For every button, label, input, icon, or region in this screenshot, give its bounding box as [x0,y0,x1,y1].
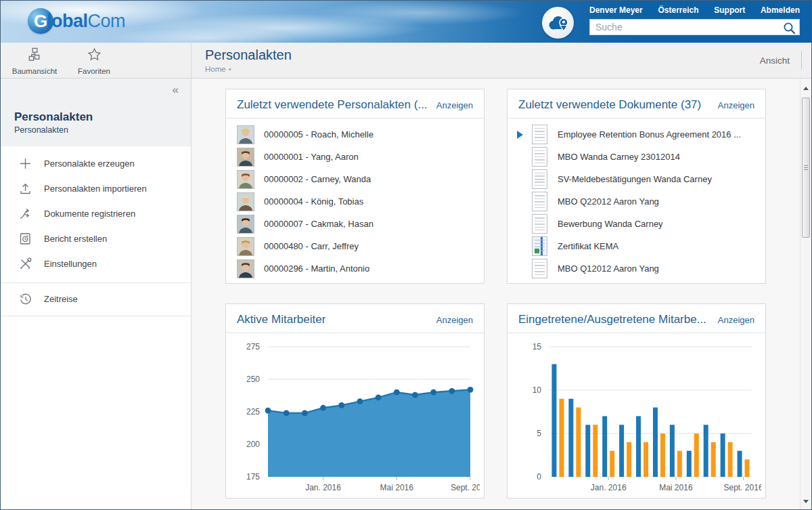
scrollbar-thumb[interactable] [802,98,810,238]
breadcrumb[interactable]: Home• [205,65,811,73]
personnel-file-label: 00000005 - Roach, Michelle [264,129,374,140]
star-icon [87,47,102,65]
plus-icon [18,156,32,171]
upload-icon [18,182,32,196]
show-link[interactable]: Anzeigen [718,100,754,110]
sidebar-item-personalakten-importieren[interactable]: Personalakten importieren [1,176,191,201]
card-recent-personnel-files: Zuletzt verwendete Personalakten (... An… [225,89,484,284]
sidebar-item-label: Personalakten importieren [44,184,147,194]
card-title: Aktive Mitarbeiter [237,313,325,326]
document-item[interactable]: MBO Wanda Carney 23012014 [517,146,756,168]
avatar-photo [237,125,254,144]
user-menu: Denver MeyerÖsterreichSupportAbmelden [589,5,800,15]
tree-view-icon [27,47,43,65]
document-item[interactable]: MBO Q12012 Aaron Yang [517,257,756,280]
personnel-file-item[interactable]: 00000480 - Carr, Jeffrey [235,235,474,257]
personnel-file-item[interactable]: 00000004 - König, Tobias [235,190,474,213]
personnel-file-label: 00000001 - Yang, Aaron [264,152,359,162]
app-logo[interactable]: G lobalCom [28,8,125,34]
cloud-pin-icon[interactable] [542,7,574,39]
document-thumbnail-icon [532,192,547,211]
sidebar-item-zeitreise[interactable]: Zeitreise [1,286,191,312]
avatar-photo [237,237,254,256]
card-active-employees: Aktive Mitarbeiter Anzeigen 175200225250… [225,303,484,498]
toolbar: Baumansicht Favoriten Personalakten Home… [1,43,811,79]
svg-text:5: 5 [537,429,541,438]
vertical-scrollbar[interactable] [800,79,811,509]
sidebar-item-label: Zeitreise [44,294,78,304]
card-joined-left-employees: Eingetretene/Ausgetretene Mitarbe... Anz… [507,303,766,498]
personnel-file-item[interactable]: 00000002 - Carney, Wanda [235,168,474,190]
favorites-label: Favoriten [78,67,110,75]
svg-text:0: 0 [537,472,541,482]
avatar-photo [237,259,254,278]
personnel-file-item[interactable]: 00000296 - Martin, Antonio [235,257,474,280]
favorites-button[interactable]: Favoriten [64,43,124,78]
collapse-sidebar-button[interactable]: « [14,84,179,96]
avatar-photo [237,170,254,189]
document-item[interactable]: Employee Retention Bonus Agreement 2016 … [517,123,756,146]
register-icon [18,207,32,221]
document-thumbnail-icon [532,214,547,234]
document-item[interactable]: SV-Meldebestätigungen Wanda Carney [517,168,756,190]
search-input[interactable] [590,20,799,35]
card-title: Zuletzt verwendete Dokumente (37) [518,98,701,112]
sidebar: « Personalakten Personalakten Personalak… [1,79,191,509]
user-name-link[interactable]: Denver Meyer [589,5,643,15]
tools-icon [18,257,32,271]
country-link[interactable]: Österreich [658,5,698,15]
personnel-file-label: 00000007 - Cakmak, Hasan [264,219,374,229]
search-icon[interactable] [783,22,796,37]
tree-view-button[interactable]: Baumansicht [5,43,64,78]
svg-text:Mai 2016: Mai 2016 [380,483,414,492]
sidebar-item-label: Dokumente registrieren [44,209,135,219]
search-box [589,19,800,35]
card-title: Zuletzt verwendete Personalakten (... [237,98,428,112]
logo-text: lobalCom [47,11,125,32]
sidebar-item-dokumente-registrieren[interactable]: Dokumente registrieren [1,201,191,226]
personnel-file-label: 00000296 - Martin, Antonio [264,263,369,274]
svg-text:Jan. 2016: Jan. 2016 [305,483,341,492]
document-item[interactable]: Bewerbung Wanda Carney [517,213,756,235]
personnel-file-item[interactable]: 00000001 - Yang, Aaron [235,146,474,168]
scroll-up-button[interactable] [800,83,811,93]
support-link[interactable]: Support [714,5,745,15]
avatar-photo [237,215,254,234]
show-link[interactable]: Anzeigen [436,100,473,110]
sidebar-item-label: Bericht erstellen [44,234,107,244]
svg-text:Jan. 2016: Jan. 2016 [591,483,627,492]
scroll-down-button[interactable] [800,496,811,507]
document-item[interactable]: MBO Q22012 Aaron Yang [517,190,756,213]
svg-text:Sept. 2016: Sept. 2016 [724,483,761,492]
personnel-file-item[interactable]: 00000007 - Cakmak, Hasan [235,213,474,235]
tree-view-label: Baumansicht [12,67,57,75]
show-link[interactable]: Anzeigen [436,315,473,325]
sidebar-item-label: Personalakte erzeugen [44,158,135,169]
sidebar-item-einstellungen[interactable]: Einstellungen [1,251,191,276]
view-button[interactable]: Ansicht [760,56,790,66]
document-item[interactable]: Zertifikat KEMA [517,235,756,257]
personnel-file-label: 00000004 - König, Tobias [264,196,363,207]
sidebar-header: « Personalakten Personalakten [1,79,191,146]
active-employees-chart: 175200225250275Jan. 2016Mai 2016Sept. 20… [226,333,484,498]
logout-link[interactable]: Abmelden [761,5,800,15]
sidebar-item-label: Einstellungen [44,259,97,269]
card-recent-documents: Zuletzt verwendete Dokumente (37) Anzeig… [507,89,766,284]
document-label: Employee Retention Bonus Agreement 2016 … [558,129,741,140]
show-link[interactable]: Anzeigen [718,315,754,325]
sidebar-item-bericht-erstellen[interactable]: Bericht erstellen [1,226,191,251]
app-header: G lobalCom Denver MeyerÖsterreichSupport… [1,1,811,43]
sidebar-menu: Personalakte erzeugenPersonalakten impor… [1,146,191,283]
svg-text:15: 15 [533,342,542,352]
personnel-file-item[interactable]: 00000005 - Roach, Michelle [235,123,474,146]
document-thumbnail-icon [532,169,547,189]
card-title: Eingetretene/Ausgetretene Mitarbe... [518,313,706,326]
sidebar-title: Personalakten [14,110,179,124]
avatar-photo [237,192,254,211]
dashboard: Zuletzt verwendete Personalakten (... An… [191,79,800,509]
avatar-photo [237,148,254,167]
svg-text:250: 250 [246,375,260,384]
sidebar-item-personalakte-erzeugen[interactable]: Personalakte erzeugen [1,151,191,176]
personnel-file-label: 00000480 - Carr, Jeffrey [264,241,359,251]
document-label: MBO Wanda Carney 23012014 [558,152,680,162]
